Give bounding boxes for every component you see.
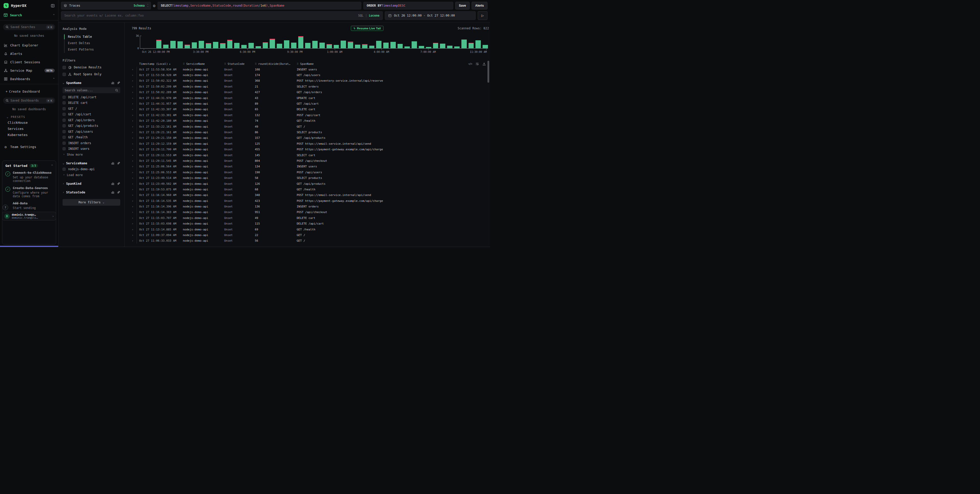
wrap-text-icon[interactable] [476,62,479,65]
row-expand-chevron[interactable]: › [132,227,137,232]
filter-group-header[interactable]: ›SpanKind [62,182,120,186]
filter-value-option[interactable]: INSERT orders [62,141,120,145]
histogram-bar[interactable] [348,36,353,48]
histogram-bar[interactable] [284,36,289,48]
checkbox[interactable] [62,124,65,127]
row-expand-chevron[interactable]: › [132,141,137,146]
sidebar-item-alerts[interactable]: Alerts [0,49,58,58]
chart-toggle-icon[interactable] [111,162,115,165]
histogram-bar[interactable] [326,36,332,48]
checkbox[interactable] [62,141,65,145]
row-expand-chevron[interactable]: › [132,215,137,221]
histogram-bar[interactable] [469,36,474,48]
resume-live-tail-button[interactable]: ϟ Resume Live Tail [351,26,383,31]
histogram-bar[interactable] [305,36,310,48]
histogram-bar[interactable] [312,36,318,48]
checkbox[interactable] [62,130,65,133]
histogram-bar[interactable] [355,36,360,48]
row-expand-chevron[interactable]: › [132,146,137,152]
histogram-bar[interactable] [320,36,325,48]
histogram-bar[interactable] [220,36,226,48]
row-expand-chevron[interactable]: › [132,72,137,78]
filter-value-option[interactable]: GET /api/cart [62,113,120,116]
event-search-box[interactable]: SQL | Lucene [61,11,383,20]
histogram-bar[interactable] [291,36,296,48]
select-clause-input[interactable]: SELECT Timestamp,ServiceName,StatusCode,… [158,2,361,10]
chevron-up-icon[interactable]: ⌃ [53,14,55,17]
checkbox[interactable] [62,96,65,99]
sidebar-item-client-sessions[interactable]: Client Sessions [0,58,58,66]
row-expand-chevron[interactable]: › [132,221,137,227]
table-row[interactable]: ›Oct 27 11:23:49.502 AMnodejs-demo-apiUn… [125,181,490,186]
table-row[interactable]: ›Oct 27 11:25:06.564 AMnodejs-demo-apiUn… [125,164,490,170]
filter-value-option[interactable]: GET /api/orders [62,118,120,122]
row-expand-chevron[interactable]: › [132,106,137,112]
filter-group-header[interactable]: ⌄SpanName [62,81,120,85]
column-header-servicename[interactable]: ⠿ServiceName [183,62,224,65]
chevron-up-icon[interactable]: ⌃ [51,164,53,167]
histogram-bar[interactable] [461,36,467,48]
table-row[interactable]: ›Oct 27 11:42:20.180 AMnodejs-demo-apiUn… [125,118,490,124]
pin-icon[interactable] [117,81,120,84]
row-expand-chevron[interactable]: › [132,78,137,84]
row-expand-chevron[interactable]: › [132,210,137,215]
source-settings-gear-icon[interactable]: ⚙ [153,3,156,8]
table-row[interactable]: ›Oct 27 11:29:21.161 AMnodejs-demo-apiUn… [125,129,490,135]
drag-handle-icon[interactable]: ⠿ [183,62,185,65]
more-filters-button[interactable]: More filters ⌄ [62,199,120,206]
histogram-bar[interactable] [476,36,481,48]
row-expand-chevron[interactable]: › [132,192,137,198]
download-icon[interactable] [482,62,486,65]
order-by-input[interactable]: ORDER BY Timestamp DESC [363,2,453,10]
row-expand-chevron[interactable]: › [132,135,137,141]
table-row[interactable]: ›Oct 27 11:44:31.970 AMnodejs-demo-apiUn… [125,95,490,101]
checkbox[interactable] [62,101,65,104]
histogram-bar[interactable] [454,36,460,48]
table-row[interactable]: ›Oct 27 11:23:49.514 AMnodejs-demo-apiUn… [125,175,490,181]
table-row[interactable]: ›Oct 27 11:16:14.396 AMnodejs-demo-apiUn… [125,203,490,209]
column-header-spanname[interactable]: ⠿SpanName [297,62,490,65]
row-expand-chevron[interactable]: › [132,152,137,158]
row-expand-chevron[interactable]: › [132,118,137,124]
histogram-bar[interactable] [227,36,232,48]
filter-toggle-denoise[interactable]: Denoise Results [62,65,120,69]
filter-value-option[interactable]: DELETE /api/cart [62,95,120,99]
histogram-bar[interactable] [362,36,368,48]
histogram-bar[interactable] [369,36,375,48]
table-row[interactable]: ›Oct 27 11:16:14.383 AMnodejs-demo-apiUn… [125,210,490,215]
saved-dashboards-input[interactable]: ⌘ K [3,97,55,103]
table-row[interactable]: ›Oct 27 11:15:03.698 AMnodejs-demo-apiUn… [125,221,490,227]
row-expand-chevron[interactable]: › [132,90,137,95]
row-expand-chevron[interactable]: › [132,95,137,101]
drag-handle-icon[interactable]: ⠿ [297,62,299,65]
presets-section[interactable]: ⌄ PRESETS [0,114,58,119]
table-row[interactable]: ›Oct 27 11:15:03.707 AMnodejs-demo-apiUn… [125,215,490,221]
table-row[interactable]: ›Oct 27 11:25:06.553 AMnodejs-demo-apiUn… [125,170,490,175]
table-row[interactable]: ›Oct 27 11:33:22.161 AMnodejs-demo-apiUn… [125,124,490,129]
get-started-item[interactable]: Add Data Start sending [5,202,53,210]
user-menu[interactable]: D dominic.tran@c… dominic.tran@cli… › [2,212,56,221]
table-row[interactable]: ›Oct 27 11:29:11.545 AMnodejs-demo-apiUn… [125,158,490,164]
histogram-bar[interactable] [199,36,204,48]
column-header-duration[interactable]: ⠿round(divide(Durat… [255,62,297,65]
vertical-scrollbar-thumb[interactable] [487,61,489,83]
saved-dashboards-field[interactable] [11,99,44,102]
histogram-bar[interactable] [440,36,445,48]
row-expand-chevron[interactable]: › [132,175,137,181]
filter-group-header[interactable]: ›StatusCode [62,191,120,194]
chart-toggle-icon[interactable] [111,81,115,84]
filter-toggle-root-spans[interactable]: Root Spans Only [62,73,120,76]
histogram-bar[interactable] [248,36,254,48]
chart-toggle-icon[interactable] [111,182,115,185]
column-header-statuscode[interactable]: ⠿StatusCode [224,62,255,65]
filter-values-search[interactable] [62,87,120,93]
table-row[interactable]: ›Oct 27 11:50:02.322 AMnodejs-demo-apiUn… [125,78,490,84]
histogram-bar[interactable] [263,36,268,48]
histogram-bar[interactable] [412,36,417,48]
checkbox[interactable] [62,66,66,69]
sidebar-item-dashboards[interactable]: Dashboards ⌃ [0,75,58,83]
preset-services[interactable]: Services [0,125,58,132]
table-row[interactable]: ›Oct 27 11:09:37.094 AMnodejs-demo-apiUn… [125,232,490,238]
filter-value-option[interactable]: GET /health [62,135,120,139]
table-row[interactable]: ›Oct 27 11:50:02.299 AMnodejs-demo-apiUn… [125,84,490,89]
